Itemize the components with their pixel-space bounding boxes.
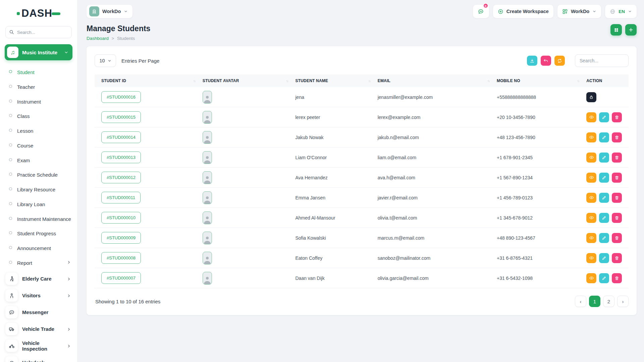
sidebar-item-helpdesk[interactable]: Helpdesk <box>0 354 77 362</box>
edit-button[interactable] <box>599 213 609 223</box>
edit-button[interactable] <box>599 132 609 142</box>
view-button[interactable] <box>586 213 596 223</box>
student-id-badge[interactable]: #STUD000009 <box>101 232 141 244</box>
student-id-badge[interactable]: #STUD000010 <box>101 212 141 224</box>
student-id-badge[interactable]: #STUD000007 <box>101 272 141 284</box>
student-id-badge[interactable]: #STUD000012 <box>101 172 141 183</box>
column-header[interactable]: ACTION <box>586 78 629 83</box>
person-silhouette-icon <box>203 95 211 103</box>
sidebar-menu-item[interactable]: Exam <box>0 153 77 168</box>
pagination-next-button[interactable]: › <box>617 296 629 307</box>
sidebar-menu-item[interactable]: Instrument Maintenance <box>0 212 77 227</box>
delete-button[interactable] <box>612 253 622 263</box>
edit-button[interactable] <box>599 153 609 163</box>
apps-grid-icon <box>562 9 568 14</box>
column-header[interactable]: EMAIL ↑↓ <box>378 78 497 83</box>
lock-button[interactable] <box>586 92 596 102</box>
sidebar-menu-item[interactable]: Student <box>0 65 77 80</box>
sidebar-item-elderly-care[interactable]: Elderly Care <box>0 270 77 287</box>
motorbike-icon <box>5 340 18 352</box>
view-button[interactable] <box>586 173 596 183</box>
student-avatar <box>203 111 212 124</box>
column-header[interactable]: STUDENT AVATAR ↑↓ <box>203 78 296 83</box>
column-header[interactable]: STUDENT NAME ↑↓ <box>295 78 377 83</box>
pagination-page-1[interactable]: 1 <box>589 296 600 307</box>
sidebar-menu-item[interactable]: Lesson <box>0 124 77 138</box>
column-header[interactable]: STUDENT ID ↑↓ <box>101 78 203 83</box>
sort-icon[interactable]: ↑↓ <box>487 79 489 83</box>
student-name: lerex peeter <box>295 115 377 120</box>
apps-dropdown[interactable]: WorkDo <box>557 5 601 18</box>
sidebar-menu-item[interactable]: Student Progress <box>0 226 77 241</box>
sidebar-menu-item[interactable]: Announcement <box>0 241 77 256</box>
sidebar-item-visitors[interactable]: Visitors <box>0 287 77 304</box>
view-button[interactable] <box>586 132 596 142</box>
delete-button[interactable] <box>612 153 622 163</box>
edit-button[interactable] <box>599 193 609 203</box>
sidebar-menu-item[interactable]: Instrument <box>0 95 77 109</box>
delete-button[interactable] <box>612 112 622 122</box>
student-avatar <box>203 252 212 264</box>
sort-icon[interactable]: ↑↓ <box>577 79 579 83</box>
breadcrumb-dashboard-link[interactable]: Dashboard <box>87 36 109 41</box>
language-dropdown[interactable]: EN <box>605 5 637 18</box>
export-download-button[interactable] <box>527 56 537 66</box>
sidebar-menu-item[interactable]: Library Loan <box>0 197 77 212</box>
delete-button[interactable] <box>612 233 622 243</box>
delete-button[interactable] <box>612 193 622 203</box>
sort-icon[interactable]: ↑↓ <box>193 79 195 83</box>
sidebar-menu-item[interactable]: Practice Schedule <box>0 168 77 182</box>
sidebar-menu-item-label: Student <box>17 69 71 76</box>
grid-view-button[interactable] <box>610 24 622 36</box>
pagination-prev-button[interactable]: ‹ <box>575 296 586 307</box>
circle-bullet-icon <box>9 261 12 264</box>
sidebar-search-input[interactable] <box>5 26 72 38</box>
delete-button[interactable] <box>612 132 622 142</box>
brand-logo[interactable]: DASH <box>0 5 77 22</box>
edit-button[interactable] <box>599 112 609 122</box>
sidebar-item-vehicle-inspection[interactable]: Vehicle Inspection <box>0 338 77 354</box>
delete-button[interactable] <box>612 273 622 283</box>
table-row: #STUD000008 Eaton Coffey sanoboz@mailina… <box>95 248 629 268</box>
sidebar-menu-item[interactable]: Report <box>0 256 77 270</box>
view-button[interactable] <box>586 233 596 243</box>
student-id-badge[interactable]: #STUD000008 <box>101 252 141 264</box>
view-button[interactable] <box>586 153 596 163</box>
table-search-input[interactable] <box>575 54 629 67</box>
view-button[interactable] <box>586 193 596 203</box>
edit-button[interactable] <box>599 253 609 263</box>
column-header-label: MOBILE NO <box>497 78 520 83</box>
entries-per-page-select[interactable]: 10 <box>95 54 116 67</box>
add-student-button[interactable] <box>625 24 637 36</box>
workspace-dropdown[interactable]: WorkDo <box>87 5 132 18</box>
view-button[interactable] <box>586 253 596 263</box>
column-header[interactable]: MOBILE NO ↑↓ <box>497 78 586 83</box>
edit-button[interactable] <box>599 233 609 243</box>
pagination-page-2[interactable]: 2 <box>603 296 614 307</box>
edit-button[interactable] <box>599 273 609 283</box>
sidebar-item-vehicle-trade[interactable]: Vehicle Trade <box>0 321 77 338</box>
messages-button[interactable]: 0 <box>473 5 489 18</box>
view-button[interactable] <box>586 273 596 283</box>
student-id-badge[interactable]: #STUD000011 <box>101 192 141 203</box>
student-id-badge[interactable]: #STUD000016 <box>101 91 141 103</box>
sidebar-menu-item[interactable]: Teacher <box>0 80 77 95</box>
workspace-selector[interactable]: ♫ Music Institute <box>5 44 72 60</box>
sort-icon[interactable]: ↑↓ <box>368 79 370 83</box>
sidebar-item-messenger[interactable]: Messenger <box>0 304 77 321</box>
delete-button[interactable] <box>612 173 622 183</box>
create-workspace-button[interactable]: Create Workspace <box>493 5 553 18</box>
student-id-badge[interactable]: #STUD000014 <box>101 131 141 143</box>
view-button[interactable] <box>586 112 596 122</box>
sidebar-menu-item[interactable]: Course <box>0 138 77 153</box>
sidebar-menu-item[interactable]: Library Resource <box>0 182 77 197</box>
sidebar-menu-item[interactable]: Class <box>0 109 77 124</box>
sort-icon[interactable]: ↑↓ <box>286 79 288 83</box>
student-id-badge[interactable]: #STUD000013 <box>101 152 141 163</box>
edit-button[interactable] <box>599 173 609 183</box>
undo-button[interactable] <box>541 56 551 66</box>
person-silhouette-icon <box>203 115 211 123</box>
delete-button[interactable] <box>612 213 622 223</box>
refresh-button[interactable] <box>554 56 565 66</box>
student-id-badge[interactable]: #STUD000015 <box>101 111 141 123</box>
